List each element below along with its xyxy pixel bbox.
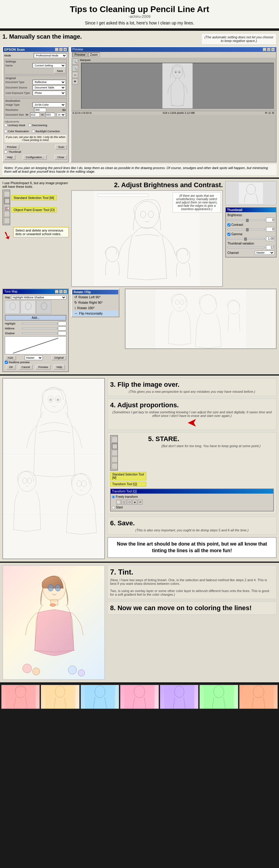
close-btn[interactable]: Close (55, 155, 67, 160)
step5-tool3[interactable] (112, 450, 118, 456)
tool-type[interactable] (4, 218, 10, 224)
original-section: Original Document Type Reflective Docume… (4, 75, 67, 97)
preview-btn[interactable]: Preview (4, 145, 19, 150)
tone-min[interactable]: _ (55, 290, 59, 293)
auto-btn[interactable]: Auto (5, 355, 16, 360)
tone-preview-btn[interactable]: Preview (36, 365, 51, 370)
contrast-track[interactable] (228, 229, 265, 230)
thumb-var-input[interactable] (266, 245, 275, 250)
settings-section: Settings Name Current Setting Save (4, 59, 67, 74)
gamma-check[interactable] (228, 233, 231, 236)
tinted-sketch-area (2, 565, 105, 680)
descreening-check[interactable]: Descreening (28, 124, 47, 127)
step5-tool5[interactable] (112, 463, 118, 469)
epson-minimize[interactable]: _ (55, 48, 59, 51)
transform-icon1[interactable]: ⬜ (116, 500, 121, 504)
slant-radio[interactable] (112, 506, 115, 509)
scan-btn[interactable]: Scan (55, 145, 67, 150)
tone-max[interactable]: □ (59, 290, 63, 293)
preview-min[interactable]: _ (263, 48, 266, 51)
step5-tool2[interactable] (112, 443, 118, 449)
rotate-180-item[interactable]: ↕ Rotate 180° (72, 305, 118, 311)
tone-cancel-btn[interactable]: Cancel (19, 365, 33, 370)
doc-source-select[interactable]: Document Table (33, 85, 66, 90)
freely-transform-radio[interactable] (112, 495, 115, 498)
preview-tab[interactable]: Preview (72, 53, 88, 57)
auto-exp-select[interactable]: Photo (33, 91, 66, 95)
transform-title: Transform Tool [Q] (111, 489, 273, 494)
flip-h-item[interactable]: ↔ Flip Horizontally (72, 311, 118, 316)
gamma-track[interactable] (228, 238, 265, 240)
tone-master-select[interactable]: Master (25, 355, 43, 360)
rotate-left-item[interactable]: ↺ Rotate Left 90° (72, 294, 118, 300)
highlight-val[interactable] (58, 321, 66, 326)
preview-select[interactable]: ▭ (72, 72, 78, 78)
tool-arrow[interactable] (4, 191, 10, 197)
tool-select-active[interactable] (4, 198, 10, 204)
midtone-slider[interactable] (22, 328, 57, 329)
help-btn[interactable]: Help (4, 155, 15, 160)
highlight-slider[interactable] (22, 323, 57, 324)
contrast-input[interactable] (266, 227, 275, 231)
doc-width-input[interactable] (30, 113, 40, 117)
transform-icon2[interactable]: ◻ (121, 500, 127, 504)
step4-block: 4. Adjust proportions. (Sometimes I get … (107, 399, 277, 430)
epson-maximize[interactable]: □ (59, 48, 63, 51)
tool-eraser[interactable] (4, 205, 10, 211)
tone-help-btn[interactable]: Help (54, 365, 65, 370)
gamma-input[interactable] (266, 237, 275, 241)
name-select[interactable]: Current Setting (33, 63, 66, 68)
transform-icon5[interactable]: ⟳ (138, 500, 143, 504)
step5-tool1[interactable] (112, 437, 118, 443)
brightness-track[interactable] (228, 219, 265, 221)
preview-zoom-out[interactable]: 🔍 (72, 65, 78, 71)
step5-tool4[interactable] (112, 457, 118, 463)
doc-height-input[interactable] (45, 113, 55, 117)
tone-close[interactable]: × (63, 290, 67, 293)
preview-move[interactable]: ✥ (72, 79, 78, 85)
descreening-input[interactable] (28, 124, 31, 127)
original-btn[interactable]: Original (51, 355, 66, 360)
preview-zoom-in[interactable]: 🔍 (72, 59, 78, 65)
midtone-val[interactable] (58, 327, 66, 331)
thumbnail-checkbox[interactable] (4, 150, 7, 153)
epson-close[interactable]: × (63, 48, 67, 51)
thumb-var-track[interactable] (228, 247, 265, 248)
map-select[interactable]: Highlight Midtone Shadow (11, 295, 66, 300)
color-restoration-check[interactable]: Color Restoration (4, 130, 29, 133)
shadow-val[interactable] (58, 331, 66, 335)
channel-select[interactable]: Master (255, 251, 275, 255)
add-btn[interactable]: Add... (5, 315, 66, 321)
step4-arrow-icon: ➤ (110, 417, 274, 427)
color-restoration-input[interactable] (4, 130, 7, 133)
preview-max[interactable]: □ (267, 48, 271, 51)
backlight-check[interactable]: Backlight Correction (32, 130, 60, 133)
doc-size-unit[interactable]: in (57, 113, 66, 117)
realtime-check[interactable] (5, 361, 8, 364)
rotate-right-item[interactable]: ↻ Rotate Right 90° (72, 300, 118, 305)
contrast-check[interactable] (228, 223, 231, 226)
unsharp-mask-input[interactable] (4, 124, 7, 127)
unsharp-mask-check[interactable]: Unsharp Mask (4, 124, 25, 127)
config-btn[interactable]: Configuration... (23, 155, 47, 160)
image-type-select[interactable]: 24-bit Color (33, 102, 66, 107)
backlight-input[interactable] (32, 130, 35, 133)
svg-rect-57 (45, 685, 75, 709)
preview-close[interactable]: × (271, 48, 275, 51)
rotate-180-icon: ↕ (74, 306, 76, 310)
transform-icon4[interactable]: ◈ (132, 500, 137, 504)
transform-icon3[interactable]: ⬡ (127, 500, 132, 504)
brightness-input[interactable] (266, 218, 275, 222)
zoom-tab[interactable]: Zoom (88, 53, 100, 57)
tone-ok-btn[interactable]: OK (6, 365, 16, 370)
shadow-slider[interactable] (22, 333, 57, 334)
doc-type-select[interactable]: Reflective (33, 80, 66, 85)
tool-crop[interactable] (4, 211, 10, 217)
step5-std-sel-label: Standard Selection Tool [M] (110, 472, 146, 480)
resolution-input[interactable] (34, 108, 46, 112)
svg-rect-67 (243, 685, 274, 709)
title-section: Tips to Cleaning up Pencil Line Art -ach… (0, 0, 279, 28)
thumb-4 (120, 685, 159, 709)
save-btn[interactable]: Save (54, 68, 66, 73)
mode-select[interactable]: Professional Mode (34, 53, 67, 58)
